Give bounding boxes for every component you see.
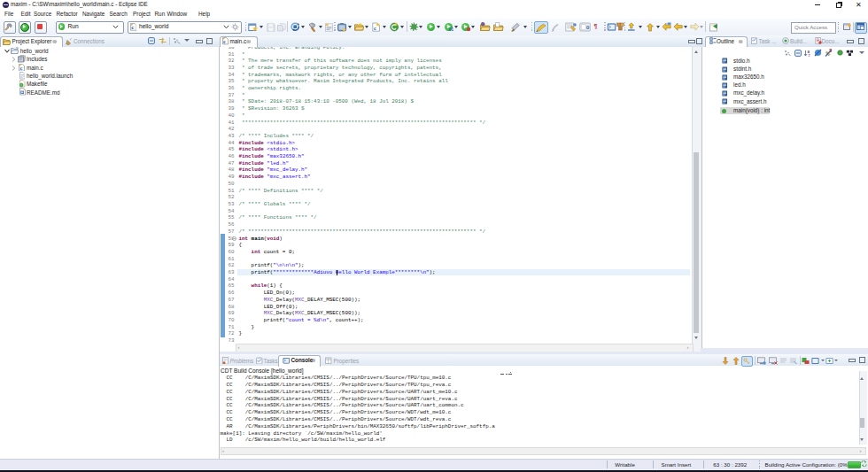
svg-text:$: $ (829, 49, 832, 53)
svg-text:c: c (374, 25, 376, 31)
svg-text:z: z (808, 53, 810, 57)
